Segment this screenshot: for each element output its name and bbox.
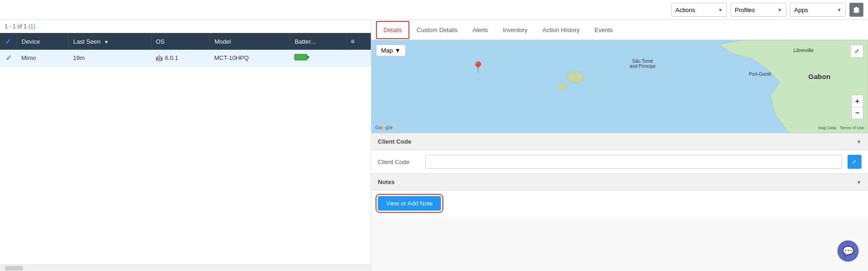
notes-section-header[interactable]: Notes ▼ (371, 173, 868, 191)
left-panel: 1 - 1 of 1 (1) ✓ Device Last Seen ▼ (0, 20, 371, 271)
battery-icon (294, 54, 307, 60)
google-logo: Google (375, 125, 393, 130)
map-pin: 📍 (471, 61, 485, 74)
svg-point-6 (567, 72, 584, 83)
row-device-name: Mimo (17, 50, 68, 66)
tab-inventory[interactable]: Inventory (495, 21, 535, 39)
table-scroll-container[interactable]: ✓ Device Last Seen ▼ OS Mo (0, 33, 371, 264)
list-count-link[interactable]: (1) (28, 23, 35, 30)
row-menu (346, 50, 370, 66)
profiles-dropdown[interactable]: Profiles ▼ (731, 3, 786, 17)
map-container: Libreville São Toméand Príncipe Port-Gen… (371, 40, 868, 133)
apps-label: Apps (794, 7, 808, 13)
client-code-row: Client Code ✓ (371, 150, 868, 173)
map-label-libreville: Libreville (794, 47, 814, 53)
row-checkbox: ✓ (0, 50, 17, 66)
notes-header-label: Notes (378, 178, 395, 185)
device-table: ✓ Device Last Seen ▼ OS Mo (0, 33, 371, 67)
apps-chevron-icon: ▼ (837, 7, 842, 13)
tab-custom-details[interactable]: Custom Details (409, 21, 465, 39)
row-battery (290, 50, 346, 66)
map-footer-text: Map Data Terms of Use (818, 126, 864, 130)
zoom-out-button[interactable]: − (851, 107, 863, 119)
col-device-label: Device (22, 38, 40, 45)
row-os: 🤖6.0.1 (151, 50, 209, 66)
row-model: MCT-10HPQ (209, 50, 290, 66)
horizontal-scrollbar[interactable] (0, 264, 371, 271)
table-row[interactable]: ✓ Mimo 19m 🤖6.0.1 MCT-10HPQ (0, 50, 371, 66)
top-toolbar: Actions ▼ Profiles ▼ Apps ▼ (0, 0, 868, 20)
main-layout: 1 - 1 of 1 (1) ✓ Device Last Seen ▼ (0, 20, 868, 271)
client-code-input[interactable] (425, 155, 842, 169)
map-type-button[interactable]: Map ▼ (376, 45, 406, 56)
table-header-row: ✓ Device Last Seen ▼ OS Mo (0, 33, 371, 50)
map-svg (371, 40, 868, 133)
tab-alerts[interactable]: Alerts (465, 21, 495, 39)
profiles-chevron-icon: ▼ (777, 7, 782, 13)
client-code-save-button[interactable]: ✓ (848, 155, 862, 169)
col-menu: ≡ (346, 33, 370, 50)
tab-action-history[interactable]: Action History (535, 21, 587, 39)
list-header-bar: 1 - 1 of 1 (1) (0, 20, 371, 33)
list-range: 1 - 1 of 1 (5, 23, 26, 30)
scroll-thumb[interactable] (5, 266, 23, 271)
actions-label: Actions (675, 7, 695, 13)
tab-details[interactable]: Details (376, 21, 409, 39)
right-panel: Details Custom Details Alerts Inventory … (371, 20, 868, 271)
chat-bubble-button[interactable]: 💬 (837, 240, 859, 262)
save-check-icon: ✓ (852, 158, 857, 165)
col-os-label: OS (156, 38, 165, 45)
expand-icon: ⤢ (855, 48, 859, 54)
map-expand-button[interactable]: ⤢ (850, 45, 863, 58)
apps-dropdown[interactable]: Apps ▼ (790, 3, 846, 17)
col-model-label: Model (214, 38, 231, 45)
col-model[interactable]: Model (209, 33, 290, 50)
col-battery[interactable]: Batter... (290, 33, 346, 50)
row-last-seen: 19m (68, 50, 151, 66)
row-checkmark-icon: ✓ (6, 54, 12, 62)
col-device[interactable]: Device (17, 33, 68, 50)
zoom-in-button[interactable]: + (851, 95, 863, 107)
map-label-sao-tome: São Toméand Príncipe (629, 59, 655, 69)
map-zoom-controls: + − (851, 95, 863, 119)
col-os[interactable]: OS (151, 33, 209, 50)
svg-point-7 (557, 83, 566, 90)
tab-events[interactable]: Events (587, 21, 621, 39)
actions-chevron-icon: ▼ (718, 7, 723, 13)
client-code-section-header[interactable]: Client Code ▼ (371, 133, 868, 150)
notes-chevron-icon: ▼ (856, 179, 862, 185)
chat-icon: 💬 (842, 245, 854, 257)
trash-button[interactable] (849, 3, 863, 17)
map-type-label: Map (381, 47, 393, 54)
col-last-seen-label: Last Seen (73, 38, 101, 45)
actions-dropdown[interactable]: Actions ▼ (671, 3, 727, 17)
client-code-field-label: Client Code (378, 159, 420, 165)
col-last-seen[interactable]: Last Seen ▼ (68, 33, 151, 50)
trash-icon (853, 6, 860, 13)
detail-content: Libreville São Toméand Príncipe Port-Gen… (371, 40, 868, 271)
client-code-header-label: Client Code (378, 138, 411, 145)
client-code-chevron-icon: ▼ (856, 139, 862, 145)
col-checkbox: ✓ (0, 33, 17, 50)
table-menu-button[interactable]: ≡ (351, 38, 355, 45)
col-battery-label: Batter... (295, 38, 316, 45)
header-checkmark-icon: ✓ (5, 38, 11, 46)
notes-section: View or Add Note (371, 191, 868, 216)
sort-arrow-icon: ▼ (104, 40, 109, 45)
tabs-bar: Details Custom Details Alerts Inventory … (371, 20, 868, 40)
android-icon: 🤖 (155, 54, 163, 61)
map-type-chevron-icon: ▼ (395, 47, 401, 54)
profiles-label: Profiles (735, 7, 755, 13)
map-label-gabon: Gabon (809, 73, 831, 80)
view-add-note-button[interactable]: View or Add Note (378, 196, 441, 211)
map-label-port-gentil: Port-Gentil (749, 72, 771, 77)
